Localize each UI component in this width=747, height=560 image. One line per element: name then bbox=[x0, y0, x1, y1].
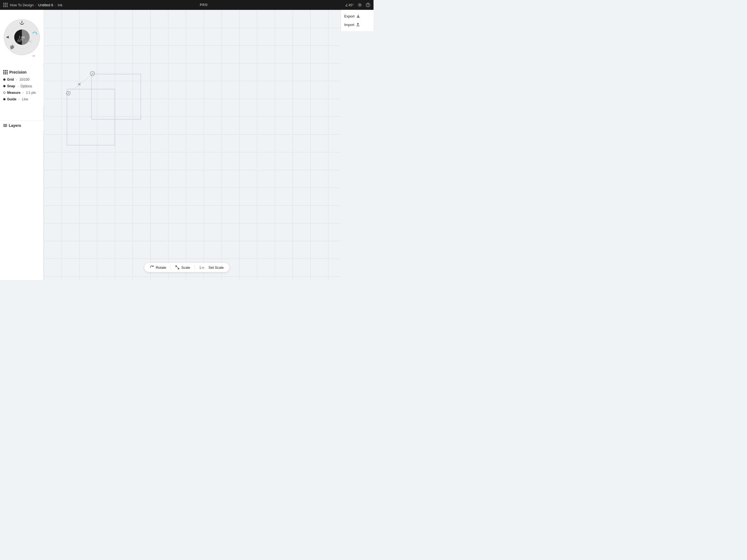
breadcrumb-sep1: › bbox=[35, 3, 36, 7]
grid-row: Grid › 10/100 bbox=[3, 78, 41, 81]
brush-wheel[interactable]: 0% 100% 2 pts 2 2 pts bbox=[3, 18, 41, 56]
import-button[interactable]: Import bbox=[344, 22, 370, 28]
scale-button[interactable]: Scale bbox=[175, 265, 190, 270]
hamburger-icon bbox=[3, 124, 7, 127]
ratio-label: 1:n bbox=[199, 265, 204, 270]
guide-row: Guide › Line bbox=[3, 97, 41, 101]
guide-line bbox=[68, 74, 93, 93]
guide-value: Line bbox=[22, 97, 28, 101]
svg-text:2 pts: 2 pts bbox=[18, 38, 23, 41]
import-label: Import bbox=[344, 23, 354, 27]
svg-point-2 bbox=[368, 6, 368, 6]
svg-rect-7 bbox=[29, 55, 35, 56]
measure-row: Measure › 1:1 pts bbox=[3, 91, 41, 95]
export-icon bbox=[356, 15, 360, 18]
help-icon[interactable] bbox=[366, 3, 370, 7]
app-grid-icon[interactable] bbox=[3, 3, 8, 7]
topbar: How To Design › Untitled 6 › Ink PRO ∠45… bbox=[0, 0, 374, 10]
measure-dot bbox=[3, 92, 5, 94]
snap-options[interactable]: Options bbox=[21, 84, 32, 88]
measure-value: 1:1 pts bbox=[26, 91, 36, 95]
angle-display: ∠45° bbox=[345, 3, 354, 7]
export-button[interactable]: Export bbox=[344, 13, 370, 19]
scale-label: Scale bbox=[181, 265, 190, 270]
precision-title: Precision bbox=[9, 70, 27, 74]
snap-label[interactable]: Snap bbox=[7, 84, 15, 88]
precision-grid-icon bbox=[3, 70, 8, 74]
guide-dot bbox=[3, 98, 5, 100]
grid-dot bbox=[3, 78, 5, 81]
toolbar-divider-2 bbox=[195, 265, 195, 270]
import-icon bbox=[356, 23, 360, 27]
export-label: Export bbox=[344, 14, 355, 18]
snap-row: Snap › Options bbox=[3, 84, 41, 88]
set-scale-button[interactable]: Set Scale bbox=[209, 265, 224, 270]
grid-label[interactable]: Grid bbox=[7, 78, 14, 81]
pro-badge: PRO bbox=[200, 3, 208, 7]
right-panel: Export Import bbox=[341, 10, 374, 31]
layers-section[interactable]: Layers bbox=[0, 120, 44, 130]
breadcrumb-project[interactable]: Untitled 6 bbox=[38, 3, 53, 7]
layers-title: Layers bbox=[9, 123, 21, 128]
topbar-left: How To Design › Untitled 6 › Ink bbox=[3, 3, 62, 7]
brush-wheel-area[interactable]: 0% 100% 2 pts 2 2 pts bbox=[0, 10, 44, 65]
rect-small[interactable] bbox=[92, 74, 141, 119]
grid-value: 10/100 bbox=[19, 78, 29, 81]
toolbar-divider-1 bbox=[171, 265, 171, 270]
rotate-icon bbox=[150, 265, 154, 270]
canvas-drawing[interactable] bbox=[44, 10, 341, 280]
brush-pts-label: 2 pts bbox=[19, 36, 25, 39]
breadcrumb-sep2: › bbox=[55, 3, 56, 7]
rotate-button[interactable]: Rotate bbox=[150, 265, 166, 270]
precision-header: Precision bbox=[3, 70, 41, 74]
canvas-area[interactable] bbox=[44, 10, 341, 280]
svg-text:100%: 100% bbox=[25, 40, 31, 43]
precision-panel: Precision Grid › 10/100 Snap › Options M… bbox=[0, 67, 44, 107]
bottom-toolbar: Rotate Scale 1:n Set Scale bbox=[144, 262, 230, 272]
snap-dot bbox=[3, 85, 5, 87]
scale-icon bbox=[175, 265, 180, 270]
measure-label[interactable]: Measure bbox=[7, 91, 21, 95]
rotate-label: Rotate bbox=[156, 265, 166, 270]
topbar-right: ∠45° bbox=[345, 3, 370, 7]
guide-label[interactable]: Guide bbox=[7, 97, 17, 101]
rect-large[interactable] bbox=[67, 89, 115, 145]
brush-size-number: 2 bbox=[20, 20, 24, 24]
settings-icon[interactable] bbox=[358, 3, 362, 7]
breadcrumb: How To Design › Untitled 6 › Ink bbox=[10, 3, 62, 7]
breadcrumb-app[interactable]: How To Design bbox=[10, 3, 34, 7]
breadcrumb-tool[interactable]: Ink bbox=[58, 3, 62, 7]
